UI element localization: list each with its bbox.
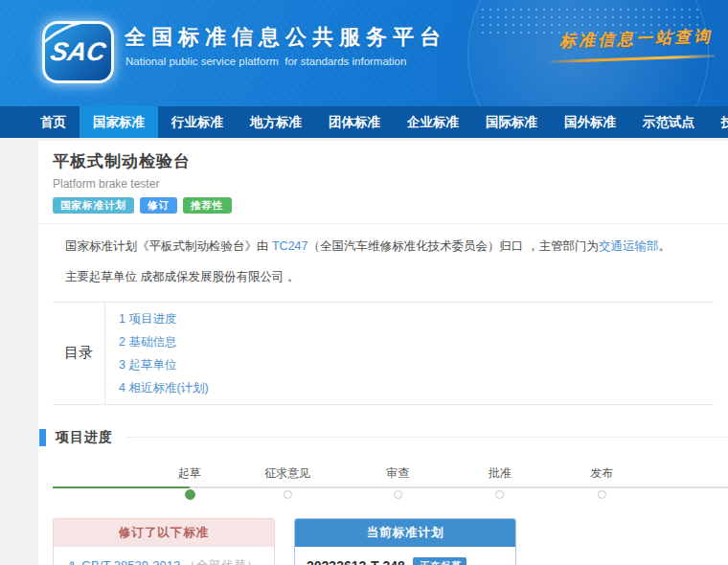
toc-links: 1 项目进度 2 基础信息 3 起草单位 4 相近标准(计划)	[105, 303, 209, 404]
step-drafting: 起草	[178, 465, 201, 500]
tag-revision: 修订	[140, 197, 177, 214]
step-dot-icon	[284, 490, 292, 499]
main-nav: 首页 国家标准 行业标准 地方标准 团体标准 企业标准 国际标准 国外标准 示范…	[0, 106, 728, 138]
revised-card-header: 修订了以下标准	[54, 519, 274, 547]
table-of-contents: 目录 1 项目进度 2 基础信息 3 起草单位 4 相近标准(计划)	[53, 302, 714, 405]
sac-logo[interactable]: SAC	[42, 21, 114, 83]
page-title: 平板式制动检验台	[53, 150, 714, 172]
revised-standard-line: GB/T 28529-2012 （全部代替）	[65, 557, 262, 565]
current-card-header: 当前标准计划	[295, 519, 515, 547]
title-block: 平板式制动检验台 Platform brake tester 国家标准计划 修订…	[38, 141, 728, 214]
section-accent-bar	[39, 429, 46, 446]
site-header: SAC 全国标准信息公共服务平台 National public service…	[0, 0, 728, 106]
progress-stepper: 起草 征求意见 审查 批准 发布	[53, 458, 728, 504]
step-soliciting-opinions: 征求意见	[264, 465, 310, 499]
tag-national-standard-plan: 国家标准计划	[53, 197, 134, 214]
progress-section-header: 项目进度	[38, 429, 728, 446]
step-dot-icon	[185, 489, 195, 500]
tc247-link[interactable]: TC247	[272, 239, 308, 253]
title-divider	[38, 223, 728, 224]
drafting-unit-suffix: 。	[284, 270, 299, 283]
step-label: 批准	[489, 465, 512, 482]
step-dot-icon	[394, 490, 402, 499]
intro-line-1: 国家标准计划《平板式制动检验台》由 TC247（全国汽车维修标准化技术委员会）归…	[65, 238, 714, 255]
intro-text-suffix: 。	[659, 239, 671, 253]
step-approval: 批准	[489, 465, 512, 499]
progress-section-title: 项目进度	[56, 429, 113, 446]
progress-track-completed	[53, 486, 190, 488]
toc-label: 目录	[53, 303, 105, 404]
sac-logo-text: SAC	[48, 37, 107, 67]
current-plan-line: 20233612-T-348 正在起草	[307, 557, 504, 565]
site-subtitle: National public service platform for sta…	[125, 56, 406, 67]
nav-item-foreign-standards[interactable]: 国外标准	[551, 106, 629, 138]
sac-logo-inner: SAC	[45, 24, 111, 80]
tag-row: 国家标准计划 修订 推荐性	[53, 197, 714, 214]
current-card-body: 20233612-T-348 正在起草 平板式制动检验台	[295, 547, 515, 565]
nav-item-group-standards[interactable]: 团体标准	[315, 106, 394, 138]
link-icon	[65, 559, 78, 565]
content-panel: 平板式制动检验台 Platform brake tester 国家标准计划 修订…	[38, 141, 728, 565]
toc-link-related-standards[interactable]: 4 相近标准(计划)	[119, 376, 209, 399]
step-dot-icon	[598, 490, 606, 499]
slogan-calligraphy: 标准信息一站查询	[559, 25, 714, 53]
drafting-status-badge: 正在起草	[413, 557, 466, 565]
gbt-28529-2012-link[interactable]: GB/T 28529-2012	[81, 558, 180, 565]
section-header-rule	[126, 437, 728, 438]
nav-item-local-standards[interactable]: 地方标准	[237, 106, 315, 138]
toc-link-drafting-unit[interactable]: 3 起草单位	[119, 353, 209, 376]
ministry-of-transport-link[interactable]: 交通运输部	[599, 239, 659, 253]
nav-item-industry-standards[interactable]: 行业标准	[158, 106, 237, 138]
nav-item-enterprise-standards[interactable]: 企业标准	[394, 106, 472, 138]
standards-cards-row: 修订了以下标准 GB/T 28529-2012 （全部代替） 平板式制动检验台 …	[53, 518, 714, 565]
tag-recommended: 推荐性	[183, 197, 232, 214]
drafting-unit-label: 主要起草单位	[65, 270, 140, 283]
page-subtitle-en: Platform brake tester	[53, 177, 714, 191]
step-publication: 发布	[590, 465, 613, 499]
revised-card-body: GB/T 28529-2012 （全部代替） 平板式制动检验台	[54, 547, 274, 565]
step-review: 审查	[386, 465, 409, 499]
nav-item-home[interactable]: 首页	[27, 106, 80, 138]
step-label: 起草	[178, 465, 201, 482]
step-label: 审查	[386, 465, 409, 482]
nav-item-international-standards[interactable]: 国际标准	[472, 106, 551, 138]
nav-item-technical-committee[interactable]: 技术委员会	[708, 106, 728, 138]
step-label: 征求意见	[264, 465, 310, 482]
nav-item-national-standards[interactable]: 国家标准	[80, 106, 158, 138]
current-plan-card: 当前标准计划 20233612-T-348 正在起草 平板式制动检验台	[294, 518, 516, 565]
intro-line-2: 主要起草单位 成都成保发展股份有限公司 。	[65, 269, 714, 285]
toc-link-basic-info[interactable]: 2 基础信息	[119, 330, 209, 353]
replace-note: （全部代替）	[184, 557, 259, 565]
intro-text-middle: （全国汽车维修标准化技术委员会）归口 ，主管部门为	[308, 239, 599, 253]
site-title: 全国标准信息公共服务平台	[125, 23, 446, 52]
intro-text-prefix: 国家标准计划《平板式制动检验台》由	[65, 239, 272, 253]
step-label: 发布	[590, 465, 613, 482]
nav-item-pilot-demo[interactable]: 示范试点	[629, 106, 708, 138]
intro-paragraphs: 国家标准计划《平板式制动检验台》由 TC247（全国汽车维修标准化技术委员会）归…	[65, 238, 714, 285]
toc-link-project-progress[interactable]: 1 项目进度	[119, 307, 209, 330]
slogan-underline	[550, 55, 715, 63]
step-dot-icon	[495, 490, 504, 499]
plan-code: 20233612-T-348	[307, 558, 405, 565]
drafting-unit-name: 成都成保发展股份有限公司	[140, 270, 284, 283]
revised-standard-card: 修订了以下标准 GB/T 28529-2012 （全部代替） 平板式制动检验台	[53, 518, 275, 565]
